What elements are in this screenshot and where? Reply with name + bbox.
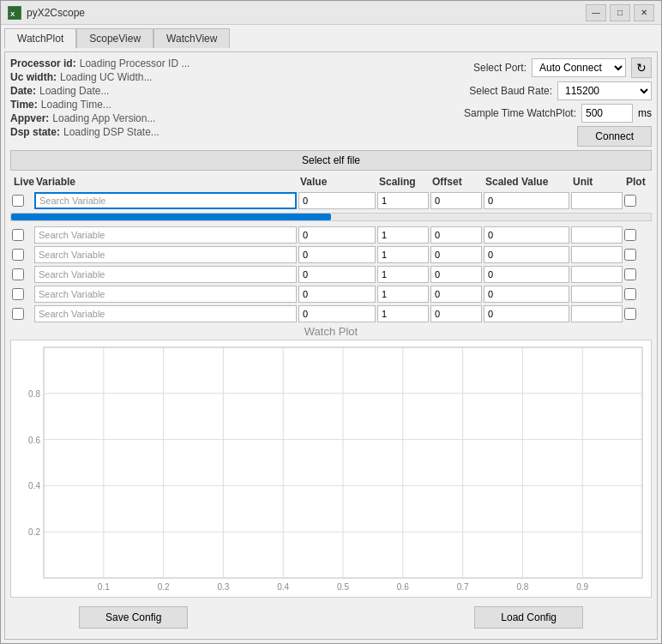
row-plot-checkbox[interactable] bbox=[624, 229, 636, 241]
row-scaling-input[interactable] bbox=[377, 192, 429, 209]
row-value-input[interactable] bbox=[298, 192, 376, 209]
row-live-checkbox[interactable] bbox=[12, 308, 24, 320]
row-value-input[interactable] bbox=[298, 246, 376, 263]
sample-time-unit: ms bbox=[638, 107, 652, 119]
select-elf-button[interactable]: Select elf file bbox=[10, 150, 652, 171]
row-value-input[interactable] bbox=[298, 305, 376, 322]
row-variable-input[interactable] bbox=[34, 286, 297, 303]
row-plot-checkbox[interactable] bbox=[624, 249, 636, 261]
row-variable-input[interactable] bbox=[34, 226, 297, 244]
row-unit-input[interactable] bbox=[571, 266, 623, 283]
row-unit-input[interactable] bbox=[571, 246, 623, 263]
row-scaled-value-input[interactable] bbox=[484, 192, 569, 209]
row-variable-input[interactable] bbox=[34, 192, 297, 209]
port-select[interactable]: Auto Connect bbox=[532, 58, 626, 77]
svg-text:0.6: 0.6 bbox=[28, 436, 40, 445]
tab-watchview[interactable]: WatchView bbox=[153, 28, 230, 48]
sample-time-row: Sample Time WatchPlot: ms bbox=[412, 104, 652, 123]
controls-panel: Select Port: Auto Connect ↻ Select Baud … bbox=[412, 57, 652, 147]
refresh-button[interactable]: ↻ bbox=[631, 57, 652, 78]
row-live-checkbox[interactable] bbox=[12, 268, 24, 280]
row-scaling-input[interactable] bbox=[377, 286, 429, 303]
svg-text:0.1: 0.1 bbox=[98, 582, 110, 592]
info-panel: Processor id: Loading Processor ID ... U… bbox=[10, 57, 190, 147]
row-offset-input[interactable] bbox=[430, 246, 482, 263]
maximize-button[interactable]: □ bbox=[610, 4, 630, 21]
svg-text:0.2: 0.2 bbox=[158, 582, 170, 592]
time-label: Time: bbox=[10, 99, 38, 111]
row-scaled-value-input[interactable] bbox=[484, 286, 569, 303]
row-offset-input[interactable] bbox=[430, 305, 482, 322]
svg-text:0.3: 0.3 bbox=[217, 582, 229, 592]
col-variable: Variable bbox=[34, 176, 297, 188]
svg-text:0.2: 0.2 bbox=[28, 527, 40, 537]
row-live-checkbox[interactable] bbox=[12, 229, 24, 241]
row-scaling-input[interactable] bbox=[377, 266, 429, 283]
row-variable-input[interactable] bbox=[34, 305, 297, 322]
main-window: X pyX2Cscope — □ ✕ WatchPlot ScopeView W… bbox=[0, 0, 662, 644]
table-row bbox=[10, 191, 652, 210]
row-value-input[interactable] bbox=[298, 226, 376, 244]
sample-time-input[interactable] bbox=[581, 104, 633, 123]
row-scaled-value-input[interactable] bbox=[484, 305, 569, 322]
baud-row: Select Baud Rate: 115200 9600 19200 3840… bbox=[412, 81, 652, 100]
tab-watchplot[interactable]: WatchPlot bbox=[4, 28, 76, 49]
appver-label: Appver: bbox=[10, 112, 49, 124]
row-variable-input[interactable] bbox=[34, 266, 297, 283]
row-variable-input[interactable] bbox=[34, 246, 297, 263]
row-live-checkbox[interactable] bbox=[12, 195, 24, 207]
refresh-icon: ↻ bbox=[636, 61, 647, 75]
row-plot-checkbox[interactable] bbox=[624, 268, 636, 280]
row-scaling-input[interactable] bbox=[377, 226, 429, 244]
appver-row: Appver: Loading App Version... bbox=[10, 112, 190, 124]
row-offset-input[interactable] bbox=[430, 192, 482, 209]
row-live-checkbox[interactable] bbox=[12, 249, 24, 261]
row-plot-checkbox[interactable] bbox=[624, 288, 636, 300]
col-offset: Offset bbox=[430, 176, 482, 188]
horizontal-scrollbar[interactable] bbox=[10, 213, 652, 221]
row-scaled-value-input[interactable] bbox=[484, 246, 569, 263]
time-row: Time: Loading Time... bbox=[10, 99, 190, 111]
row-unit-input[interactable] bbox=[571, 192, 623, 209]
connect-button[interactable]: Connect bbox=[577, 126, 652, 147]
row-scaling-input[interactable] bbox=[377, 246, 429, 263]
row-offset-input[interactable] bbox=[430, 266, 482, 283]
row-unit-input[interactable] bbox=[571, 286, 623, 303]
row-unit-input[interactable] bbox=[571, 226, 623, 244]
row-scaling-input[interactable] bbox=[377, 305, 429, 322]
close-button[interactable]: ✕ bbox=[634, 4, 654, 21]
time-value: Loading Time... bbox=[41, 99, 111, 111]
select-port-label: Select Port: bbox=[473, 62, 527, 74]
tab-bar: WatchPlot ScopeView WatchView bbox=[4, 28, 658, 48]
row-value-input[interactable] bbox=[298, 266, 376, 283]
svg-text:X: X bbox=[10, 10, 15, 18]
uc-width-value: Loading UC Width... bbox=[60, 71, 152, 83]
table-row bbox=[10, 285, 652, 304]
row-offset-input[interactable] bbox=[430, 286, 482, 303]
row-value-input[interactable] bbox=[298, 286, 376, 303]
save-config-button[interactable]: Save Config bbox=[79, 606, 188, 629]
row-plot-checkbox[interactable] bbox=[624, 308, 636, 320]
row-plot-checkbox[interactable] bbox=[624, 195, 636, 207]
scrollbar-thumb bbox=[11, 214, 331, 220]
plot-svg: 0.10.20.30.40.50.60.70.80.90.80.60.40.2 bbox=[11, 340, 651, 597]
sample-time-label: Sample Time WatchPlot: bbox=[464, 107, 576, 119]
main-panel: Processor id: Loading Processor ID ... U… bbox=[4, 51, 658, 640]
table-row bbox=[10, 265, 652, 284]
col-scaling: Scaling bbox=[377, 176, 429, 188]
baud-select[interactable]: 115200 9600 19200 38400 57600 230400 bbox=[557, 81, 652, 100]
minimize-button[interactable]: — bbox=[586, 4, 606, 21]
row-scaled-value-input[interactable] bbox=[484, 266, 569, 283]
tab-scopeview[interactable]: ScopeView bbox=[76, 28, 153, 48]
row-live-checkbox[interactable] bbox=[12, 288, 24, 300]
watch-plot-section: Watch Plot 0.10.20.30.40.50.60.70.80.90.… bbox=[10, 325, 652, 598]
row-unit-input[interactable] bbox=[571, 305, 623, 322]
port-row: Select Port: Auto Connect ↻ bbox=[412, 57, 652, 78]
variable-table bbox=[10, 191, 652, 323]
uc-width-row: Uc width: Loading UC Width... bbox=[10, 71, 190, 83]
load-config-button[interactable]: Load Config bbox=[474, 606, 583, 629]
row-offset-input[interactable] bbox=[430, 226, 482, 244]
baud-label: Select Baud Rate: bbox=[469, 85, 552, 97]
row-scaled-value-input[interactable] bbox=[484, 226, 569, 244]
app-icon: X bbox=[8, 6, 21, 20]
